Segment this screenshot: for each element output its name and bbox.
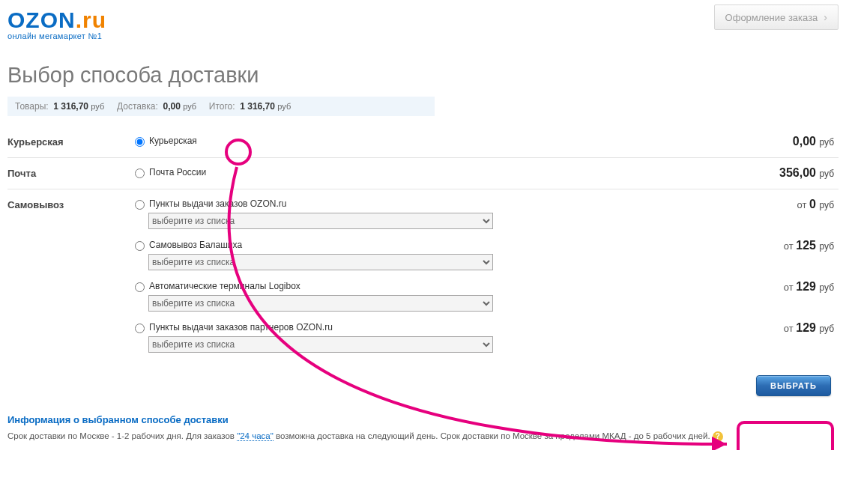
option-pickup-partners-price: от 129 руб	[784, 321, 839, 335]
option-pickup-balashikha-price: от 125 руб	[784, 238, 839, 252]
section-courier-label: Курьерская	[7, 134, 135, 148]
select-pickup-balashikha[interactable]: выберите из списка	[148, 254, 493, 270]
radio-courier[interactable]	[135, 137, 145, 147]
logo[interactable]: OZON.ru онлайн мегамаркет №1	[7, 4, 106, 48]
checkout-step-tab[interactable]: Оформление заказа ›	[714, 4, 839, 30]
option-pickup-partners[interactable]: Пункты выдачи заказов партнеров OZON.ru	[135, 321, 784, 335]
summary-delivery-label: Доставка:	[117, 101, 158, 112]
option-pickup-ozon[interactable]: Пункты выдачи заказов OZON.ru	[135, 197, 797, 211]
option-post-name: Почта России	[149, 167, 206, 177]
option-pickup-ozon-price: от 0 руб	[797, 197, 839, 211]
chevron-right-icon: ›	[824, 11, 827, 23]
select-pickup-partners[interactable]: выберите из списка	[148, 336, 493, 353]
logo-domain: .ru	[76, 7, 106, 32]
info-title: Информация о выбранном способе доставки	[7, 414, 839, 425]
logo-tagline: онлайн мегамаркет №1	[7, 31, 106, 40]
option-pickup-balashikha[interactable]: Самовывоз Балашиха	[135, 238, 784, 252]
option-pickup-partners-name: Пункты выдачи заказов партнеров OZON.ru	[149, 322, 333, 333]
section-pickup-label: Самовывоз	[7, 197, 135, 210]
step-label: Оформление заказа	[725, 12, 818, 23]
option-post-price: 356,00 руб	[779, 166, 839, 180]
radio-pickup-logibox[interactable]	[135, 282, 145, 292]
option-pickup-logibox-name: Автоматические терминалы Logibox	[149, 281, 300, 291]
section-pickup: Самовывоз Пункты выдачи заказов OZON.ru …	[7, 189, 839, 368]
page-title: Выбор способа доставки	[7, 63, 846, 88]
info-text: Срок доставки по Москве - 1-2 рабочих дн…	[7, 430, 839, 443]
link-24hours[interactable]: "24 часа"	[237, 431, 274, 441]
select-pickup-ozon[interactable]: выберите из списка	[148, 213, 493, 229]
radio-pickup-partners[interactable]	[135, 324, 145, 333]
rub-label: руб	[183, 102, 196, 111]
option-courier[interactable]: Курьерская	[135, 134, 793, 148]
summary-goods-value: 1 316,70	[53, 101, 88, 112]
help-icon[interactable]: ?	[713, 431, 723, 442]
radio-post[interactable]	[135, 168, 145, 178]
rub-label: руб	[277, 102, 291, 111]
option-courier-name: Курьерская	[149, 136, 197, 146]
option-pickup-ozon-name: Пункты выдачи заказов OZON.ru	[149, 198, 286, 209]
option-pickup-logibox-price: от 129 руб	[784, 279, 839, 294]
option-pickup-logibox[interactable]: Автоматические терминалы Logibox	[135, 279, 784, 294]
option-courier-price: 0,00 руб	[793, 134, 839, 148]
select-button[interactable]: ВЫБРАТЬ	[756, 375, 831, 396]
section-post: Почта Почта России 356,00 руб	[7, 157, 839, 189]
section-post-label: Почта	[7, 166, 135, 179]
order-summary: Товары: 1 316,70 руб Доставка: 0,00 руб …	[7, 97, 435, 116]
summary-total-value: 1 316,70	[240, 101, 275, 112]
logo-text: OZON	[7, 7, 76, 32]
summary-total-label: Итого:	[209, 101, 235, 112]
option-pickup-balashikha-name: Самовывоз Балашиха	[149, 240, 242, 250]
summary-goods-label: Товары:	[15, 101, 49, 112]
summary-delivery-value: 0,00	[163, 101, 181, 112]
radio-pickup-balashikha[interactable]	[135, 241, 145, 251]
section-courier: Курьерская Курьерская 0,00 руб	[7, 127, 839, 157]
option-post[interactable]: Почта России	[135, 166, 779, 180]
select-pickup-logibox[interactable]: выберите из списка	[148, 295, 493, 312]
radio-pickup-ozon[interactable]	[135, 200, 145, 210]
rub-label: руб	[91, 102, 104, 111]
